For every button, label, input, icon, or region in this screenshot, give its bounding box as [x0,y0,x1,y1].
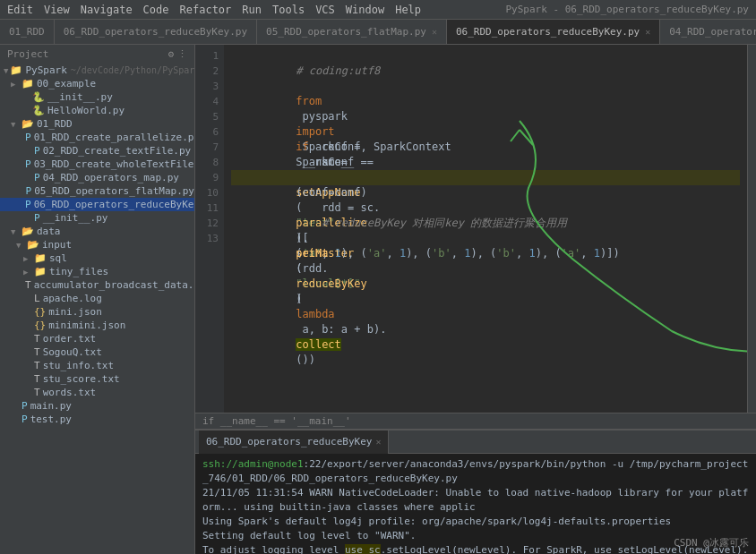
sidebar-label-01create: 01_RDD_create_parallelize.py [34,132,195,143]
terminal-line-2: Using Spark's default log4j profile: org… [202,515,749,529]
line-num-4: 4 [195,94,219,109]
menu-navigate[interactable]: Navigate [81,4,133,16]
terminal-tab-run[interactable]: 06_RDD_operators_reduceByKey ✕ [199,430,389,454]
sidebar-item-mainpy[interactable]: P main.py [0,399,194,413]
code-token: collect [296,338,341,351]
sidebar-item-00-example[interactable]: ▶ 📁 00_example [0,77,194,90]
sidebar-label-mainpy: main.py [30,400,72,412]
menu-window[interactable]: Window [346,4,384,16]
sidebar-item-data[interactable]: ▼ 📂 data [0,225,194,238]
terminal-content[interactable]: ssh://admin@node1:22/export/server/anaco… [195,454,756,554]
sidebar-item-input[interactable]: ▼ 📂 input [0,238,194,251]
menu-vcs[interactable]: VCS [315,4,335,16]
menu-edit[interactable]: Edit [7,4,33,16]
sidebar-item-01rdd[interactable]: ▼ 📂 01_RDD [0,117,194,131]
sidebar-item-apache[interactable]: L apache.log [0,292,194,305]
menu-view[interactable]: View [44,4,70,16]
gear-icon[interactable]: ⚙ [168,48,174,60]
sidebar-item-05flatmap[interactable]: P 05_RDD_operators_flatMap.py [0,184,194,198]
terminal-panel: 06_RDD_operators_reduceByKey ✕ ssh://adm… [195,429,756,554]
sidebar-item-init2[interactable]: P __init__.py [0,211,194,225]
sidebar-item-testpy[interactable]: P test.py [0,413,194,426]
sidebar-item-init1[interactable]: 🐍 __init__.py [0,90,194,104]
more-icon[interactable]: ⋮ [177,48,187,60]
log-file-icon: L [34,293,40,304]
sidebar-item-project-root[interactable]: ▼ 📁 PySpark ~/devCode/Python/PySpark [0,64,194,77]
line-num-12: 12 [195,216,219,231]
sidebar-item-06reduce[interactable]: P 06_RDD_operators_reduceByKey.py [0,198,194,211]
folder-open-icon: 📂 [21,226,34,237]
menu-run[interactable]: Run [242,4,262,16]
sidebar-item-words[interactable]: T words.txt [0,386,194,399]
close-reducebykey-icon[interactable]: ✕ [645,27,650,37]
terminal-tab-bar: 06_RDD_operators_reduceByKey ✕ [195,430,756,454]
code-line-6: conf = SparkConf (). setAppName ( "test"… [231,124,740,140]
terminal-highlight: use sc [345,544,381,554]
tab-01rdd[interactable]: 01_RDD [0,20,55,44]
close-terminal-tab-icon[interactable]: ✕ [375,437,381,447]
chevron-right-icon: ▶ [23,268,32,277]
menu-tools[interactable]: Tools [272,4,305,16]
python-file-icon: P [34,145,40,157]
sidebar-item-02text[interactable]: P 02_RDD_create_textFile.py [0,144,194,158]
sidebar-item-03whole[interactable]: P 03_RDD_create_wholeTextFile.py [0,158,194,171]
txt-file-icon: T [34,360,40,371]
sidebar-icons: ⚙ ⋮ [168,48,187,60]
menu-code[interactable]: Code [143,4,169,16]
sidebar-item-stuscore[interactable]: T stu_score.txt [0,372,194,386]
sidebar-label-stuinfo: stu_info.txt [43,360,114,371]
menu-refactor[interactable]: Refactor [180,4,232,16]
python-file-icon: P [21,413,28,425]
sidebar: Project ⚙ ⋮ ▼ 📁 PySpark ~/devCode/Python… [0,45,195,554]
sidebar-label-tinyfiles: tiny_files [49,266,108,277]
code-token: 'a' [562,247,581,260]
main-area: Project ⚙ ⋮ ▼ 📁 PySpark ~/devCode/Python… [0,45,756,554]
close-flatmap-icon[interactable]: ✕ [432,27,437,37]
code-token: , [580,247,593,260]
sidebar-item-helloworld[interactable]: 🐍 HelloWorld.py [0,104,194,117]
sidebar-project-label: Project [7,48,48,60]
tab-map[interactable]: 04_RDD_operators_map.py ✕ [660,20,756,44]
code-editor[interactable]: 1 2 3 4 5 6 7 8 9 10 11 12 13 # coding:u… [195,45,756,413]
code-token: 'b' [496,247,516,260]
line-num-11: 11 [195,200,219,216]
right-scrollbar[interactable] [747,45,756,413]
code-token: , [516,247,528,260]
sidebar-item-accumulator[interactable]: T accumulator_broadcast_data.txt [0,278,194,292]
sidebar-label-order: order.txt [43,333,97,345]
sidebar-item-stuinfo[interactable]: T stu_info.txt [0,359,194,372]
python-file-icon: P [34,172,40,183]
code-token: (rdd. [296,262,328,275]
chevron-down-icon: ▼ [11,120,20,129]
line-num-9: 9 [195,170,219,185]
editor-status: if __name__ == '__main__' [195,413,756,429]
sidebar-item-order[interactable]: T order.txt [0,332,194,345]
tab-reducebykey[interactable]: 06_RDD_operators_reduceByKey.py ✕ [447,20,660,44]
window-title: PySpark - 06_RDD_operators_reduceByKey.p… [505,4,749,15]
terminal-prompt-icon: ssh://admin@node1 [202,458,304,470]
terminal-line-1: 21/11/05 11:31:54 WARN NativeCodeLoader:… [202,486,749,515]
python-file-icon: 🐍 [32,105,45,116]
code-token: ), ( [341,247,367,260]
sidebar-item-miniminijson[interactable]: {} minimini.json [0,319,194,332]
tab-label-breadcrumb: 06_RDD_operators_reduceByKey.py [64,26,247,38]
sidebar-item-04map[interactable]: P 04_RDD_operators_map.py [0,171,194,184]
tab-flatmap[interactable]: 05_RDD_operators_flatMap.py ✕ [257,20,447,44]
code-token: ), ( [470,247,496,260]
sidebar-item-01create[interactable]: P 01_RDD_create_parallelize.py [0,131,194,144]
sidebar-item-tinyfiles[interactable]: ▶ 📁 tiny_files [0,265,194,278]
txt-file-icon: T [34,333,40,345]
project-name-label: PySpark [25,64,66,76]
code-token: , [386,247,399,260]
code-token: print [296,247,328,260]
line-num-8: 8 [195,155,219,170]
sidebar-label-input: input [42,239,72,251]
sidebar-item-sogou[interactable]: T SogouQ.txt [0,345,194,359]
sidebar-item-sql[interactable]: ▶ 📁 sql [0,251,194,265]
tab-reducebykey-breadcrumb[interactable]: 06_RDD_operators_reduceByKey.py [55,20,257,44]
sidebar-item-minijson[interactable]: {} mini.json [0,305,194,319]
python-file-icon: P [25,132,31,143]
project-path-label: ~/devCode/Python/PySpark [71,65,195,75]
menu-help[interactable]: Help [395,4,421,16]
line-num-1: 1 [195,48,219,64]
